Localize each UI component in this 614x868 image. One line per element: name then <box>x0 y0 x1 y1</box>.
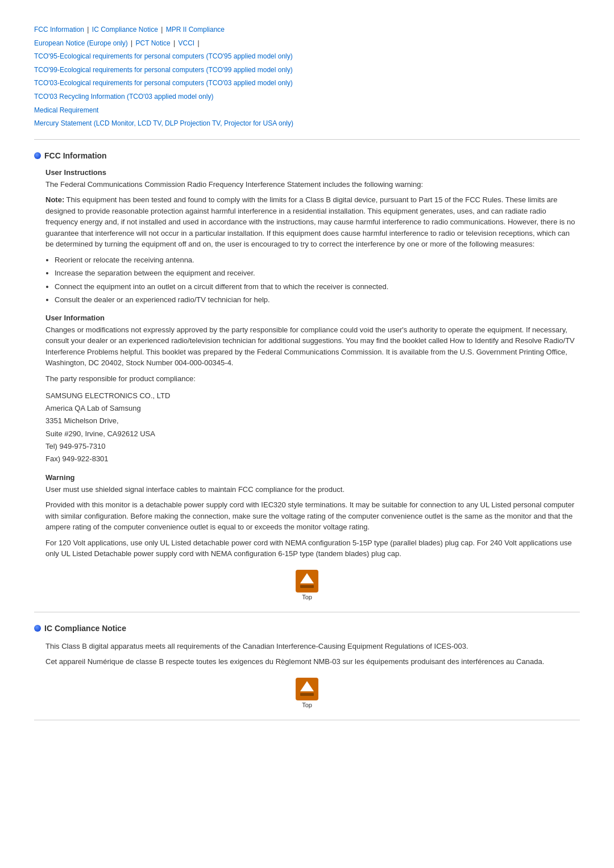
nav-medical[interactable]: Medical Requirement <box>34 106 98 114</box>
nav-ic[interactable]: IC Compliance Notice <box>92 26 158 34</box>
measure-item: Consult the dealer or an experienced rad… <box>55 294 580 306</box>
nav-vcci[interactable]: VCCI <box>179 39 195 47</box>
nav-tco99[interactable]: TCO'99-Ecological requirements for perso… <box>34 66 293 74</box>
ic-title: IC Compliance Notice <box>44 624 126 633</box>
nav-sep-2: | <box>159 26 165 34</box>
party-text: The party responsible for product compli… <box>45 373 580 385</box>
ic-section: IC Compliance Notice This Class B digita… <box>34 624 580 708</box>
nav-sep-5: | <box>196 39 199 47</box>
nav-tco95[interactable]: TCO'95-Ecological requirements for perso… <box>34 52 293 60</box>
user-instructions-intro: The Federal Communications Commission Ra… <box>45 179 580 190</box>
ic-bullet <box>34 625 41 632</box>
top-button-fcc[interactable]: Top <box>34 569 580 600</box>
address-line3: Suite #290, Irvine, CA92612 USA <box>45 428 580 440</box>
ic-text1: This Class B digital apparatus meets all… <box>45 641 580 652</box>
company-name: SAMSUNG ELECTRONICS CO., LTD <box>45 390 580 402</box>
nav-tco03[interactable]: TCO'03-Ecological requirements for perso… <box>34 79 293 87</box>
measures-list: Reorient or relocate the receiving anten… <box>55 254 580 306</box>
ic-content: This Class B digital apparatus meets all… <box>45 641 580 667</box>
address-block: SAMSUNG ELECTRONICS CO., LTD America QA … <box>45 390 580 465</box>
svg-rect-5 <box>300 693 314 696</box>
fcc-section: FCC Information User Instructions The Fe… <box>34 151 580 600</box>
note-text: This equipment has been tested and found… <box>45 195 575 248</box>
top-label-ic: Top <box>302 702 312 708</box>
fcc-section-header: FCC Information <box>34 151 580 160</box>
fax: Fax) 949-922-8301 <box>45 453 580 465</box>
user-information-text: Changes or modifications not expressly a… <box>45 324 580 369</box>
fcc-content: User Instructions The Federal Communicat… <box>45 168 580 385</box>
tel: Tel) 949-975-7310 <box>45 440 580 453</box>
power-cord-text: Provided with this monitor is a detachab… <box>45 499 580 533</box>
top-icon-fcc <box>294 569 320 594</box>
nav-tco03r[interactable]: TCO'03 Recycling Information (TCO'03 app… <box>34 93 213 101</box>
divider-bottom <box>34 720 580 720</box>
top-label: Top <box>302 594 312 600</box>
nav-sep-1: | <box>85 26 91 34</box>
nav-mercury[interactable]: Mercury Statement (LCD Monitor, LCD TV, … <box>34 119 293 127</box>
divider-fcc-ic <box>34 612 580 612</box>
nav-sep-4: | <box>172 39 177 47</box>
nav-eu[interactable]: European Notice (Europe only) <box>34 39 128 47</box>
top-link-ic[interactable]: Top <box>294 677 320 708</box>
top-button-ic[interactable]: Top <box>34 677 580 708</box>
note-paragraph: Note: This equipment has been tested and… <box>45 194 580 250</box>
user-information-title: User Information <box>45 314 580 322</box>
note-bold: Note: <box>45 195 64 204</box>
measure-item: Increase the separation between the equi… <box>55 268 580 279</box>
measure-item: Connect the equipment into an outlet on … <box>55 281 580 293</box>
fcc-bullet <box>34 152 41 159</box>
volt-text: For 120 Volt applications, use only UL L… <box>45 537 580 560</box>
ic-text2: Cet appareil Numérique de classe B respe… <box>45 656 580 667</box>
nav-mpr[interactable]: MPR II Compliance <box>166 26 225 34</box>
warning-text: User must use shielded signal interface … <box>45 484 580 495</box>
top-icon-ic <box>294 677 320 702</box>
divider-top <box>34 139 580 140</box>
measure-item: Reorient or relocate the receiving anten… <box>55 254 580 266</box>
fcc-warning-block: Warning User must use shielded signal in… <box>45 473 580 560</box>
address-line2: 3351 Michelson Drive, <box>45 415 580 427</box>
nav-sep-3: | <box>129 39 135 47</box>
nav-links: FCC Information | IC Compliance Notice |… <box>34 23 580 130</box>
ic-section-header: IC Compliance Notice <box>34 624 580 633</box>
nav-pct[interactable]: PCT Notice <box>136 39 171 47</box>
svg-rect-2 <box>300 585 314 588</box>
top-link-fcc[interactable]: Top <box>294 569 320 600</box>
nav-fcc[interactable]: FCC Information <box>34 26 84 34</box>
fcc-title: FCC Information <box>44 151 107 160</box>
warning-title: Warning <box>45 473 580 482</box>
address-line1: America QA Lab of Samsung <box>45 402 580 415</box>
user-instructions-title: User Instructions <box>45 168 580 177</box>
